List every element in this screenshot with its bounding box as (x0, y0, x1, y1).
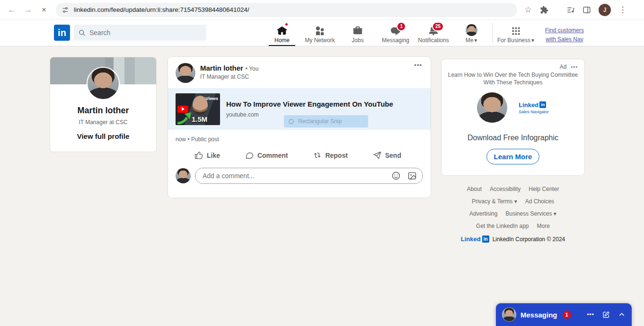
profile-name[interactable]: Martin lother (50, 106, 156, 116)
jobs-icon (353, 26, 363, 36)
send-label: Send (385, 152, 401, 159)
url-bar[interactable] (56, 3, 517, 17)
url-input[interactable] (74, 6, 512, 13)
comment-avatar (176, 168, 191, 183)
stop-loading-icon[interactable]: × (36, 2, 52, 18)
nav-me-label: Me (466, 37, 474, 43)
footer-link-business-services[interactable]: Business Services ▾ (505, 210, 556, 217)
post-author-you-badge: • You (246, 65, 259, 72)
like-label: Like (207, 152, 220, 159)
back-icon[interactable]: ← (4, 2, 20, 18)
media-controls-icon[interactable] (563, 2, 579, 18)
footer-link-help-center[interactable]: Help Center (529, 186, 559, 192)
extensions-puzzle-icon[interactable] (536, 2, 552, 18)
footer-link-privacy-terms[interactable]: Privacy & Terms ▾ (472, 198, 517, 205)
footer-copyright: LinkedIn Corporation © 2024 (493, 236, 565, 243)
post-author-name[interactable]: Martin lother (200, 64, 243, 72)
search-input[interactable] (89, 29, 202, 36)
post-options-icon[interactable]: ••• (414, 62, 422, 69)
send-button[interactable]: Send (373, 151, 401, 160)
nav-notifications-label: Notifications (418, 37, 449, 43)
me-avatar (466, 24, 477, 36)
link-title[interactable]: How To Improve Viewer Engagement On YouT… (226, 100, 393, 108)
notifications-badge: 25 (432, 22, 444, 31)
nav-messaging[interactable]: 1 Messaging (377, 20, 415, 46)
repost-button[interactable]: Repost (313, 151, 347, 160)
nav-for-business[interactable]: For Business ▾ (497, 20, 535, 46)
learn-more-button[interactable]: Learn More (486, 149, 539, 164)
footer-linkedin-square-logo: in (482, 235, 489, 243)
comment-label: Comment (257, 152, 288, 159)
messaging-options-icon[interactable]: ••• (587, 311, 594, 318)
sales-navigator-label: Sales Navigator (519, 109, 549, 114)
ad-cta-text: Download Free Infographic (441, 134, 584, 142)
nav-me[interactable]: Me ▾ (452, 20, 490, 46)
comment-input-pill[interactable] (195, 168, 423, 184)
repost-icon (313, 151, 322, 160)
my-network-icon (315, 26, 325, 36)
send-icon (373, 151, 382, 160)
search-box[interactable] (74, 25, 206, 41)
profile-headline: IT Manager at CSC (50, 119, 156, 126)
side-panel-icon[interactable] (579, 2, 595, 18)
comment-button[interactable]: Comment (245, 151, 288, 160)
photo-attach-icon[interactable] (407, 171, 417, 181)
post-author-avatar[interactable] (176, 63, 195, 83)
nav-home[interactable]: Home (263, 20, 301, 46)
nav-my-network[interactable]: My Network (301, 20, 339, 46)
profile-avatar[interactable] (87, 67, 120, 100)
thumbnail-growth-arrow-icon (176, 112, 193, 124)
footer-linkedin-wordmark: Linked (461, 235, 481, 243)
ad-text: Learn How to Win Over the Tech Buying Co… (447, 71, 579, 86)
sales-navigator-logo: Linked in Sales Navigator (519, 101, 549, 114)
bookmark-star-icon[interactable]: ☆ (520, 2, 536, 18)
like-button[interactable]: Like (194, 151, 220, 160)
post-action-bar: Like Comment Repost Sen (168, 143, 431, 160)
comment-composer (168, 160, 431, 184)
comment-input[interactable] (203, 172, 385, 180)
site-settings-icon[interactable] (62, 6, 69, 14)
footer-link-accessibility[interactable]: Accessibility (490, 186, 520, 192)
snip-tooltip-label: Rectangular Snip (298, 118, 342, 125)
browser-profile-avatar[interactable]: J (599, 4, 611, 16)
sales-nav-link[interactable]: Find customers with Sales Nav (541, 26, 588, 44)
chevron-down-icon: ▾ (474, 37, 477, 43)
post-timestamp: now • Public post (168, 130, 431, 143)
search-icon (79, 29, 86, 36)
footer-link-advertising[interactable]: Advertising (469, 210, 497, 217)
footer-link-get-app[interactable]: Get the LinkedIn app (476, 223, 529, 229)
forward-icon[interactable]: → (20, 2, 36, 18)
nav-messaging-label: Messaging (382, 37, 409, 43)
footer-link-about[interactable]: About (467, 186, 482, 192)
nav-my-network-label: My Network (305, 37, 335, 43)
messaging-dock[interactable]: Messaging 1 ••• (496, 303, 632, 326)
messaging-title: Messaging (520, 311, 557, 319)
footer-link-ad-choices[interactable]: Ad Choices (525, 198, 554, 205)
thumbnail-views-label: Views (205, 96, 218, 101)
view-full-profile-link[interactable]: View full profile (50, 132, 156, 140)
footer-link-more[interactable]: More (537, 223, 550, 229)
ad-options-icon[interactable]: ••• (571, 64, 578, 70)
nav-home-label: Home (274, 37, 290, 43)
repost-label: Repost (325, 152, 347, 159)
rectangular-snip-tooltip: Rectangular Snip (284, 115, 368, 127)
thumbnail-views-value: 1.5M (192, 115, 207, 123)
nav-notifications[interactable]: 25 Notifications (415, 20, 452, 46)
home-badge (284, 22, 289, 27)
chevron-down-icon: ▾ (531, 37, 534, 43)
browser-menu-icon[interactable]: ⋮ (615, 2, 631, 18)
for-business-label: For Business (497, 37, 530, 43)
ad-profile-photo (477, 92, 507, 123)
post-header: Martin lother • You IT Manager at CSC ••… (168, 57, 431, 88)
emoji-icon[interactable] (391, 171, 401, 181)
compose-message-icon[interactable] (602, 311, 610, 318)
linkedin-header: in Home (0, 20, 644, 46)
post-author-headline: IT Manager at CSC (200, 73, 258, 80)
chevron-up-icon[interactable] (618, 311, 626, 318)
grid-icon (511, 26, 521, 36)
messaging-avatar (502, 308, 516, 322)
linkedin-logo[interactable]: in (54, 25, 70, 41)
nav-jobs[interactable]: Jobs (339, 20, 377, 46)
nav-jobs-label: Jobs (352, 37, 363, 43)
link-thumbnail[interactable]: Views 1.5M (176, 93, 220, 125)
